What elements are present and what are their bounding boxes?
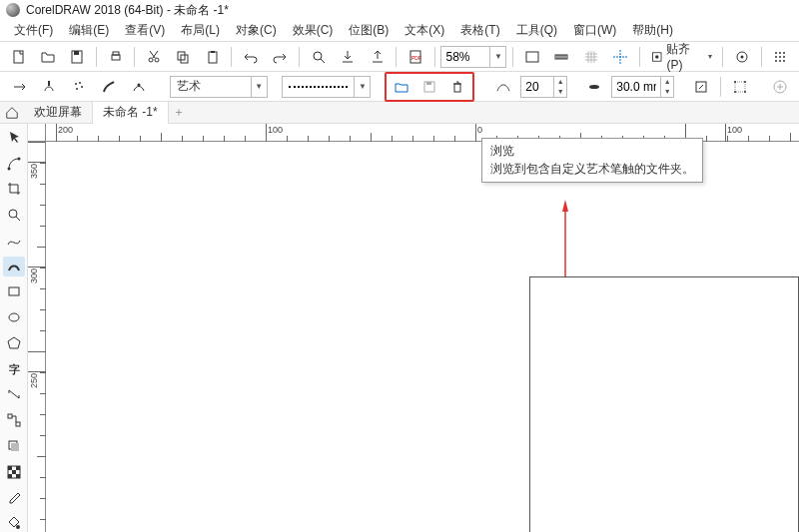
svg-point-47 bbox=[17, 157, 20, 160]
polygon-tool[interactable] bbox=[3, 333, 25, 353]
zoom-dropdown-icon[interactable]: ▼ bbox=[489, 47, 505, 67]
menu-help[interactable]: 帮助(H) bbox=[624, 19, 681, 42]
zoom-level[interactable]: ▼ bbox=[440, 46, 506, 68]
mode-pressure-button[interactable] bbox=[126, 75, 152, 99]
copy-button[interactable] bbox=[171, 45, 196, 69]
freehand-tool[interactable] bbox=[3, 231, 25, 251]
search-content-button[interactable] bbox=[306, 45, 331, 69]
artistic-media-tool[interactable] bbox=[3, 257, 25, 276]
mode-brush-button[interactable] bbox=[36, 75, 62, 99]
undo-button[interactable] bbox=[238, 45, 263, 69]
menu-table[interactable]: 表格(T) bbox=[452, 19, 507, 42]
snap-to-button[interactable]: 贴齐(P) ▾ bbox=[646, 46, 716, 68]
import-button[interactable] bbox=[335, 45, 360, 69]
svg-rect-4 bbox=[113, 52, 119, 55]
menu-edit[interactable]: 编辑(E) bbox=[61, 19, 117, 42]
add-preset-button[interactable] bbox=[767, 75, 793, 99]
mode-calligraphic-button[interactable] bbox=[96, 75, 122, 99]
rectangle-tool[interactable] bbox=[3, 282, 25, 302]
svg-rect-10 bbox=[211, 51, 215, 53]
export-button[interactable] bbox=[365, 45, 390, 69]
workspace: 字 2001000100 350300250 浏览 浏览到包含自定义艺术笔触的文… bbox=[0, 124, 799, 532]
svg-text:PDF: PDF bbox=[411, 55, 421, 61]
toolbox: 字 bbox=[0, 124, 28, 532]
app-logo-icon bbox=[6, 3, 20, 17]
spin-up[interactable]: ▲ bbox=[661, 77, 673, 87]
svg-point-50 bbox=[9, 313, 19, 321]
chevron-down-icon[interactable]: ▼ bbox=[354, 77, 370, 97]
ruler-origin[interactable] bbox=[28, 124, 46, 142]
show-grid-button[interactable] bbox=[578, 45, 603, 69]
menu-layout[interactable]: 布局(L) bbox=[173, 19, 228, 42]
menu-text[interactable]: 文本(X) bbox=[397, 19, 452, 42]
ellipse-tool[interactable] bbox=[3, 307, 25, 327]
eyedropper-tool[interactable] bbox=[3, 488, 25, 508]
menu-window[interactable]: 窗口(W) bbox=[565, 19, 624, 42]
show-guides-button[interactable] bbox=[608, 45, 633, 69]
menu-object[interactable]: 对象(C) bbox=[228, 19, 285, 42]
svg-rect-54 bbox=[16, 422, 20, 426]
new-button[interactable] bbox=[6, 45, 31, 69]
publish-pdf-button[interactable]: PDF bbox=[402, 45, 427, 69]
tab-document[interactable]: 未命名 -1* bbox=[93, 101, 169, 125]
print-button[interactable] bbox=[103, 45, 128, 69]
zoom-input[interactable] bbox=[441, 50, 489, 64]
separator bbox=[434, 47, 435, 67]
paste-button[interactable] bbox=[200, 45, 225, 69]
cut-button[interactable] bbox=[141, 45, 166, 69]
svg-rect-3 bbox=[112, 55, 120, 60]
open-button[interactable] bbox=[35, 45, 60, 69]
tab-welcome[interactable]: 欢迎屏幕 bbox=[24, 101, 93, 124]
stroke-width-input[interactable] bbox=[611, 76, 661, 98]
drawing-canvas[interactable]: 浏览 浏览到包含自定义艺术笔触的文件夹。 bbox=[46, 142, 799, 532]
zoom-tool[interactable] bbox=[3, 205, 25, 225]
crop-tool[interactable] bbox=[3, 180, 25, 200]
drop-shadow-tool[interactable] bbox=[3, 436, 25, 456]
document-tabbar: 欢迎屏幕 未命名 -1* ＋ bbox=[0, 102, 799, 124]
mode-preset-button[interactable] bbox=[6, 75, 32, 99]
standard-toolbar: PDF ▼ 贴齐(P) ▾ bbox=[0, 42, 799, 72]
svg-point-34 bbox=[137, 83, 140, 86]
mode-sprayer-button[interactable] bbox=[66, 75, 92, 99]
redo-button[interactable] bbox=[268, 45, 293, 69]
spin-down[interactable]: ▼ bbox=[661, 87, 673, 97]
smoothing-spinner[interactable]: ▲▼ bbox=[520, 76, 567, 98]
menu-tools[interactable]: 工具(Q) bbox=[508, 19, 565, 42]
chevron-down-icon[interactable]: ▼ bbox=[251, 77, 267, 97]
save-brush-button[interactable] bbox=[416, 75, 442, 99]
separator bbox=[722, 47, 723, 67]
connector-tool[interactable] bbox=[3, 410, 25, 430]
scale-stroke-button[interactable] bbox=[688, 75, 714, 99]
menu-effects[interactable]: 效果(C) bbox=[285, 19, 342, 42]
stroke-preview-dropdown[interactable]: ▼ bbox=[282, 76, 372, 98]
fullscreen-preview-button[interactable] bbox=[519, 45, 544, 69]
home-tab-icon[interactable] bbox=[0, 106, 24, 120]
save-button[interactable] bbox=[65, 45, 90, 69]
canvas-area: 2001000100 350300250 浏览 浏览到包含自定义艺术笔触的文件夹… bbox=[28, 124, 799, 532]
shape-tool[interactable] bbox=[3, 154, 25, 174]
spin-up[interactable]: ▲ bbox=[554, 77, 566, 87]
menu-bitmap[interactable]: 位图(B) bbox=[341, 19, 397, 42]
interactive-fill-tool[interactable] bbox=[3, 513, 25, 532]
new-tab-button[interactable]: ＋ bbox=[169, 104, 189, 121]
stroke-width-spinner[interactable]: ▲▼ bbox=[611, 76, 674, 98]
text-tool[interactable]: 字 bbox=[3, 359, 25, 379]
svg-point-30 bbox=[75, 83, 77, 85]
highlighted-browse-group bbox=[385, 72, 474, 102]
parallel-dimension-tool[interactable] bbox=[3, 385, 25, 405]
browse-button[interactable] bbox=[389, 75, 414, 99]
app-launcher-button[interactable] bbox=[768, 45, 793, 69]
vertical-ruler[interactable]: 350300250 bbox=[28, 142, 46, 532]
menu-file[interactable]: 文件(F) bbox=[6, 19, 61, 42]
bounding-box-button[interactable] bbox=[727, 75, 753, 99]
options-button[interactable] bbox=[729, 45, 754, 69]
delete-brush-button[interactable] bbox=[444, 75, 470, 99]
brush-category-dropdown[interactable]: 艺术 ▼ bbox=[170, 76, 268, 98]
smoothing-input[interactable] bbox=[520, 76, 554, 98]
menu-view[interactable]: 查看(V) bbox=[117, 19, 173, 42]
svg-point-20 bbox=[775, 52, 777, 54]
spin-down[interactable]: ▼ bbox=[554, 87, 566, 97]
transparency-tool[interactable] bbox=[3, 462, 25, 482]
pick-tool[interactable] bbox=[3, 128, 25, 148]
show-rulers-button[interactable] bbox=[549, 45, 574, 69]
